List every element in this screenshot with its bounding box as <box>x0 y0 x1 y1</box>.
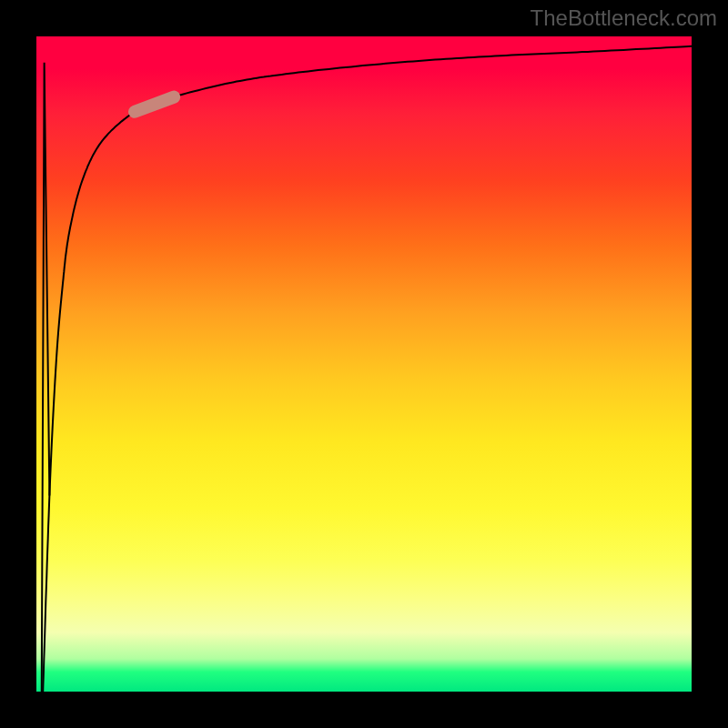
plot-area <box>36 36 692 692</box>
watermark-text: TheBottleneck.com <box>531 5 717 31</box>
marker-segment <box>135 97 174 112</box>
curve-line <box>43 46 692 692</box>
chart-container: TheBottleneck.com <box>0 0 728 728</box>
curve-svg <box>36 36 692 692</box>
